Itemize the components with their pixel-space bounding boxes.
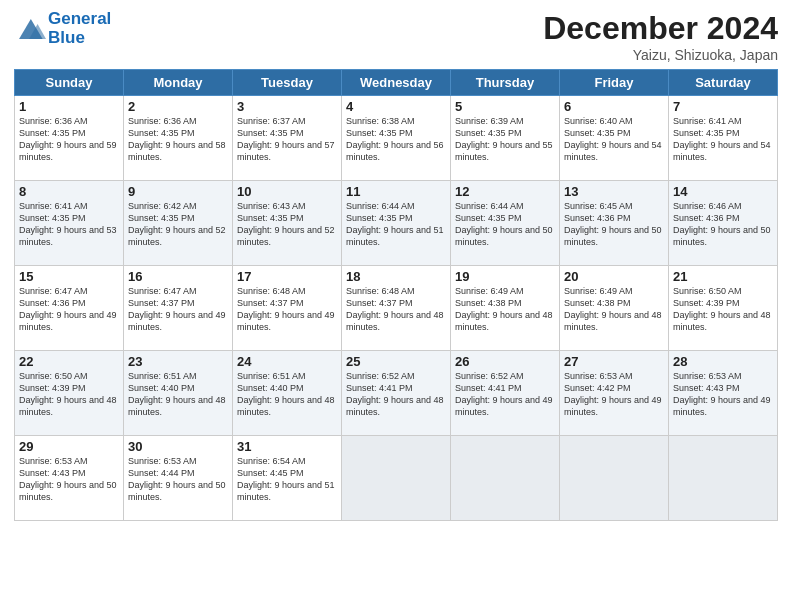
day-cell-20: 20 Sunrise: 6:49 AM Sunset: 4:38 PM Dayl… [560,266,669,351]
calendar-header-row: Sunday Monday Tuesday Wednesday Thursday… [15,70,778,96]
day-number: 4 [346,99,446,114]
calendar-week-row: 1 Sunrise: 6:36 AM Sunset: 4:35 PM Dayli… [15,96,778,181]
day-info: Sunrise: 6:42 AM Sunset: 4:35 PM Dayligh… [128,200,228,249]
day-cell-19: 19 Sunrise: 6:49 AM Sunset: 4:38 PM Dayl… [451,266,560,351]
day-cell-8: 8 Sunrise: 6:41 AM Sunset: 4:35 PM Dayli… [15,181,124,266]
day-info: Sunrise: 6:41 AM Sunset: 4:35 PM Dayligh… [673,115,773,164]
day-info: Sunrise: 6:36 AM Sunset: 4:35 PM Dayligh… [128,115,228,164]
day-info: Sunrise: 6:48 AM Sunset: 4:37 PM Dayligh… [237,285,337,334]
col-wednesday: Wednesday [342,70,451,96]
day-cell-5: 5 Sunrise: 6:39 AM Sunset: 4:35 PM Dayli… [451,96,560,181]
day-info: Sunrise: 6:47 AM Sunset: 4:37 PM Dayligh… [128,285,228,334]
day-number: 27 [564,354,664,369]
calendar-table: Sunday Monday Tuesday Wednesday Thursday… [14,69,778,521]
day-info: Sunrise: 6:45 AM Sunset: 4:36 PM Dayligh… [564,200,664,249]
day-cell-7: 7 Sunrise: 6:41 AM Sunset: 4:35 PM Dayli… [669,96,778,181]
day-cell-13: 13 Sunrise: 6:45 AM Sunset: 4:36 PM Dayl… [560,181,669,266]
day-number: 14 [673,184,773,199]
calendar-week-row: 29 Sunrise: 6:53 AM Sunset: 4:43 PM Dayl… [15,436,778,521]
day-cell-1: 1 Sunrise: 6:36 AM Sunset: 4:35 PM Dayli… [15,96,124,181]
day-cell-24: 24 Sunrise: 6:51 AM Sunset: 4:40 PM Dayl… [233,351,342,436]
day-cell-28: 28 Sunrise: 6:53 AM Sunset: 4:43 PM Dayl… [669,351,778,436]
month-title: December 2024 [543,10,778,47]
calendar-week-row: 22 Sunrise: 6:50 AM Sunset: 4:39 PM Dayl… [15,351,778,436]
day-info: Sunrise: 6:40 AM Sunset: 4:35 PM Dayligh… [564,115,664,164]
day-cell-25: 25 Sunrise: 6:52 AM Sunset: 4:41 PM Dayl… [342,351,451,436]
day-info: Sunrise: 6:53 AM Sunset: 4:43 PM Dayligh… [673,370,773,419]
day-cell-27: 27 Sunrise: 6:53 AM Sunset: 4:42 PM Dayl… [560,351,669,436]
empty-cell [560,436,669,521]
day-number: 26 [455,354,555,369]
day-number: 31 [237,439,337,454]
col-sunday: Sunday [15,70,124,96]
day-info: Sunrise: 6:50 AM Sunset: 4:39 PM Dayligh… [19,370,119,419]
day-number: 8 [19,184,119,199]
day-cell-21: 21 Sunrise: 6:50 AM Sunset: 4:39 PM Dayl… [669,266,778,351]
day-cell-18: 18 Sunrise: 6:48 AM Sunset: 4:37 PM Dayl… [342,266,451,351]
day-cell-14: 14 Sunrise: 6:46 AM Sunset: 4:36 PM Dayl… [669,181,778,266]
day-number: 15 [19,269,119,284]
day-number: 10 [237,184,337,199]
day-cell-10: 10 Sunrise: 6:43 AM Sunset: 4:35 PM Dayl… [233,181,342,266]
day-info: Sunrise: 6:46 AM Sunset: 4:36 PM Dayligh… [673,200,773,249]
logo-icon [14,15,46,43]
day-cell-4: 4 Sunrise: 6:38 AM Sunset: 4:35 PM Dayli… [342,96,451,181]
logo-text: GeneralBlue [48,10,111,47]
day-cell-2: 2 Sunrise: 6:36 AM Sunset: 4:35 PM Dayli… [124,96,233,181]
col-saturday: Saturday [669,70,778,96]
day-number: 9 [128,184,228,199]
calendar-week-row: 15 Sunrise: 6:47 AM Sunset: 4:36 PM Dayl… [15,266,778,351]
day-cell-6: 6 Sunrise: 6:40 AM Sunset: 4:35 PM Dayli… [560,96,669,181]
title-block: December 2024 Yaizu, Shizuoka, Japan [543,10,778,63]
col-monday: Monday [124,70,233,96]
day-number: 28 [673,354,773,369]
day-number: 12 [455,184,555,199]
day-info: Sunrise: 6:49 AM Sunset: 4:38 PM Dayligh… [455,285,555,334]
col-tuesday: Tuesday [233,70,342,96]
day-info: Sunrise: 6:50 AM Sunset: 4:39 PM Dayligh… [673,285,773,334]
day-info: Sunrise: 6:51 AM Sunset: 4:40 PM Dayligh… [237,370,337,419]
col-friday: Friday [560,70,669,96]
day-cell-26: 26 Sunrise: 6:52 AM Sunset: 4:41 PM Dayl… [451,351,560,436]
day-number: 24 [237,354,337,369]
day-number: 25 [346,354,446,369]
main-container: GeneralBlue December 2024 Yaizu, Shizuok… [0,0,792,531]
header: GeneralBlue December 2024 Yaizu, Shizuok… [14,10,778,63]
day-number: 19 [455,269,555,284]
day-info: Sunrise: 6:43 AM Sunset: 4:35 PM Dayligh… [237,200,337,249]
location-subtitle: Yaizu, Shizuoka, Japan [543,47,778,63]
day-info: Sunrise: 6:41 AM Sunset: 4:35 PM Dayligh… [19,200,119,249]
day-info: Sunrise: 6:52 AM Sunset: 4:41 PM Dayligh… [455,370,555,419]
day-number: 1 [19,99,119,114]
day-info: Sunrise: 6:53 AM Sunset: 4:42 PM Dayligh… [564,370,664,419]
day-info: Sunrise: 6:51 AM Sunset: 4:40 PM Dayligh… [128,370,228,419]
day-cell-15: 15 Sunrise: 6:47 AM Sunset: 4:36 PM Dayl… [15,266,124,351]
day-cell-12: 12 Sunrise: 6:44 AM Sunset: 4:35 PM Dayl… [451,181,560,266]
day-cell-9: 9 Sunrise: 6:42 AM Sunset: 4:35 PM Dayli… [124,181,233,266]
day-number: 13 [564,184,664,199]
day-cell-30: 30 Sunrise: 6:53 AM Sunset: 4:44 PM Dayl… [124,436,233,521]
day-number: 5 [455,99,555,114]
day-info: Sunrise: 6:37 AM Sunset: 4:35 PM Dayligh… [237,115,337,164]
day-number: 11 [346,184,446,199]
day-cell-17: 17 Sunrise: 6:48 AM Sunset: 4:37 PM Dayl… [233,266,342,351]
day-number: 29 [19,439,119,454]
day-number: 7 [673,99,773,114]
day-cell-16: 16 Sunrise: 6:47 AM Sunset: 4:37 PM Dayl… [124,266,233,351]
day-number: 22 [19,354,119,369]
day-number: 23 [128,354,228,369]
day-info: Sunrise: 6:52 AM Sunset: 4:41 PM Dayligh… [346,370,446,419]
day-info: Sunrise: 6:39 AM Sunset: 4:35 PM Dayligh… [455,115,555,164]
day-info: Sunrise: 6:47 AM Sunset: 4:36 PM Dayligh… [19,285,119,334]
day-cell-22: 22 Sunrise: 6:50 AM Sunset: 4:39 PM Dayl… [15,351,124,436]
empty-cell [669,436,778,521]
day-info: Sunrise: 6:53 AM Sunset: 4:44 PM Dayligh… [128,455,228,504]
day-number: 2 [128,99,228,114]
day-cell-3: 3 Sunrise: 6:37 AM Sunset: 4:35 PM Dayli… [233,96,342,181]
calendar-week-row: 8 Sunrise: 6:41 AM Sunset: 4:35 PM Dayli… [15,181,778,266]
day-cell-29: 29 Sunrise: 6:53 AM Sunset: 4:43 PM Dayl… [15,436,124,521]
col-thursday: Thursday [451,70,560,96]
day-number: 3 [237,99,337,114]
day-info: Sunrise: 6:53 AM Sunset: 4:43 PM Dayligh… [19,455,119,504]
empty-cell [342,436,451,521]
